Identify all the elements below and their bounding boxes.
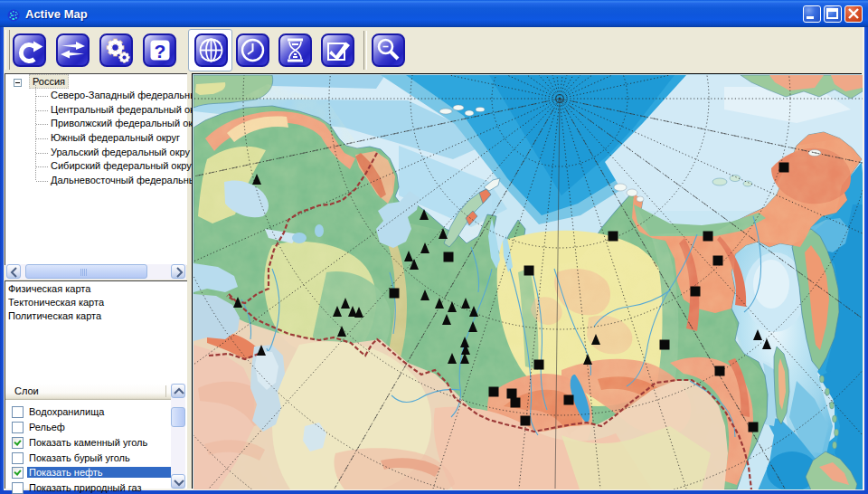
svg-text:?: ?	[155, 41, 166, 62]
